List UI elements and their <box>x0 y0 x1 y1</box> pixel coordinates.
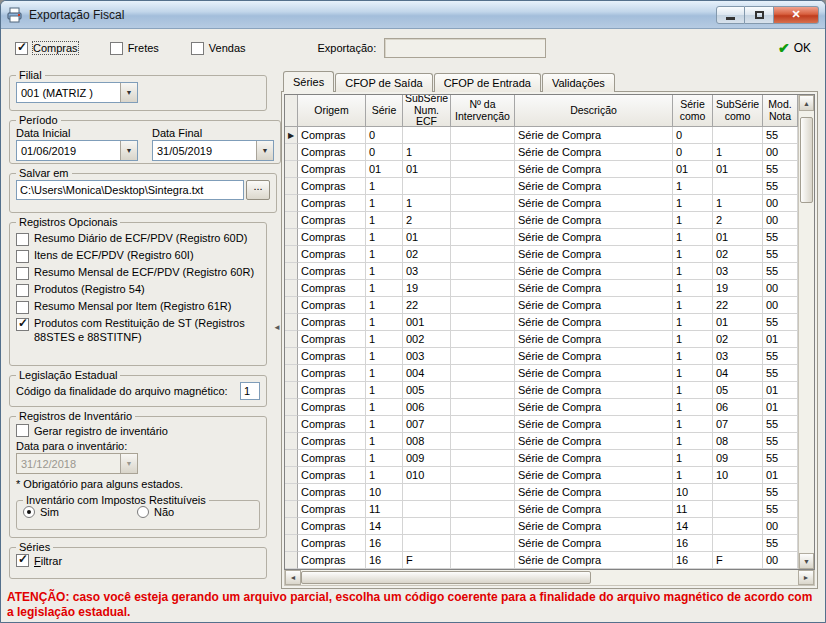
vertical-scrollbar[interactable]: ▲ ▼ <box>798 95 814 569</box>
cell[interactable]: 01 <box>713 314 763 331</box>
table-row[interactable]: Compras01Série de Compra0100 <box>285 144 798 161</box>
cell[interactable]: Compras <box>298 246 366 263</box>
cell[interactable]: 00 <box>763 144 798 161</box>
cell[interactable]: Compras <box>298 263 366 280</box>
cell[interactable]: 002 <box>403 331 451 348</box>
cell[interactable]: Compras <box>298 552 366 569</box>
cell[interactable]: Série de Compra <box>515 229 673 246</box>
cell[interactable]: 55 <box>763 365 798 382</box>
table-row[interactable]: Compras10Série de Compra1055 <box>285 484 798 501</box>
cell[interactable]: Série de Compra <box>515 314 673 331</box>
tab-cfop-entrada[interactable]: CFOP de Entrada <box>434 73 541 92</box>
checkbox-registro-54[interactable]: Produtos (Registro 54) <box>16 283 260 297</box>
cell[interactable]: 55 <box>763 314 798 331</box>
cell[interactable]: 55 <box>763 484 798 501</box>
table-row[interactable]: Compras16FSérie de Compra16F00 <box>285 552 798 569</box>
table-row[interactable]: Compras1Série de Compra155 <box>285 178 798 195</box>
cell[interactable]: Série de Compra <box>515 195 673 212</box>
cell[interactable]: 1 <box>673 382 713 399</box>
cell[interactable]: Série de Compra <box>515 433 673 450</box>
table-row[interactable]: Compras122Série de Compra12200 <box>285 297 798 314</box>
data-inicial-picker[interactable]: 01/06/2019 ▼ <box>16 140 138 161</box>
table-row[interactable]: Compras103Série de Compra10355 <box>285 263 798 280</box>
cell[interactable] <box>451 314 515 331</box>
tab-series[interactable]: Séries <box>283 71 334 92</box>
checkbox-filtrar[interactable]: Filtrar <box>16 554 260 567</box>
cell[interactable] <box>403 178 451 195</box>
cell[interactable]: 55 <box>763 127 798 144</box>
cell[interactable] <box>403 535 451 552</box>
cell[interactable]: 2 <box>713 212 763 229</box>
cell[interactable]: 02 <box>713 246 763 263</box>
cell[interactable]: Série de Compra <box>515 535 673 552</box>
cell[interactable]: Série de Compra <box>515 212 673 229</box>
column-header[interactable]: Nº da Intervenção <box>451 95 515 127</box>
cell[interactable]: Série de Compra <box>515 348 673 365</box>
cell[interactable]: Compras <box>298 416 366 433</box>
filial-combobox[interactable]: 001 (MATRIZ ) ▼ <box>16 82 138 103</box>
cell[interactable]: 01 <box>763 467 798 484</box>
cell[interactable] <box>451 416 515 433</box>
checkbox-registro-60r[interactable]: Resumo Mensal de ECF/PDV (Registro 60R) <box>16 266 260 280</box>
cell[interactable] <box>451 382 515 399</box>
cell[interactable]: 1 <box>673 178 713 195</box>
cell[interactable]: 19 <box>403 280 451 297</box>
panel-splitter[interactable]: ◄ <box>273 67 281 588</box>
cell[interactable]: 1 <box>713 195 763 212</box>
cell[interactable] <box>451 365 515 382</box>
column-header[interactable]: SubSérie como <box>713 95 763 127</box>
cell[interactable]: 06 <box>713 399 763 416</box>
cell[interactable] <box>451 535 515 552</box>
cell[interactable]: 001 <box>403 314 451 331</box>
checkbox-registro-60i[interactable]: Itens de ECF/PDV (Registro 60I) <box>16 249 260 263</box>
cell[interactable]: 08 <box>713 433 763 450</box>
cell[interactable]: 1 <box>673 467 713 484</box>
column-header[interactable]: Mod. Nota <box>763 95 798 127</box>
cell[interactable] <box>713 535 763 552</box>
cell[interactable]: 1 <box>366 467 403 484</box>
table-row[interactable]: Compras1007Série de Compra10755 <box>285 416 798 433</box>
maximize-button[interactable] <box>745 6 774 24</box>
cell[interactable]: 1 <box>673 348 713 365</box>
chevron-down-icon[interactable]: ▼ <box>120 141 137 160</box>
cell[interactable]: F <box>403 552 451 569</box>
cell[interactable]: Compras <box>298 314 366 331</box>
cell[interactable]: 03 <box>403 263 451 280</box>
cell[interactable]: 1 <box>366 399 403 416</box>
cell[interactable]: Série de Compra <box>515 161 673 178</box>
cell[interactable]: 004 <box>403 365 451 382</box>
table-row[interactable]: ▶Compras0Série de Compra055 <box>285 127 798 144</box>
cell[interactable]: 1 <box>673 365 713 382</box>
cell[interactable] <box>451 348 515 365</box>
cell[interactable]: Compras <box>298 280 366 297</box>
table-row[interactable]: Compras14Série de Compra1400 <box>285 518 798 535</box>
cell[interactable] <box>451 467 515 484</box>
cell[interactable]: 10 <box>366 484 403 501</box>
cell[interactable] <box>451 229 515 246</box>
cell[interactable]: 1 <box>366 297 403 314</box>
cell[interactable]: Compras <box>298 348 366 365</box>
cell[interactable] <box>713 127 763 144</box>
column-header[interactable]: SubSérie Num. ECF <box>403 95 451 127</box>
cell[interactable]: 01 <box>403 161 451 178</box>
cell[interactable] <box>451 246 515 263</box>
cell[interactable]: Série de Compra <box>515 144 673 161</box>
cell[interactable]: 09 <box>713 450 763 467</box>
scroll-left-button[interactable]: ◄ <box>285 570 301 585</box>
table-row[interactable]: Compras11Série de Compra1100 <box>285 195 798 212</box>
cell[interactable]: 1 <box>366 246 403 263</box>
cell[interactable]: 01 <box>763 399 798 416</box>
cell[interactable]: Compras <box>298 178 366 195</box>
cell[interactable]: 22 <box>713 297 763 314</box>
cell[interactable]: Série de Compra <box>515 467 673 484</box>
cell[interactable]: 1 <box>713 144 763 161</box>
cell[interactable] <box>403 127 451 144</box>
cell[interactable] <box>451 552 515 569</box>
cell[interactable] <box>451 450 515 467</box>
cell[interactable]: 55 <box>763 161 798 178</box>
cell[interactable]: 0 <box>673 127 713 144</box>
cell[interactable]: Série de Compra <box>515 365 673 382</box>
cell[interactable] <box>451 263 515 280</box>
table-row[interactable]: Compras12Série de Compra1200 <box>285 212 798 229</box>
cell[interactable] <box>713 484 763 501</box>
